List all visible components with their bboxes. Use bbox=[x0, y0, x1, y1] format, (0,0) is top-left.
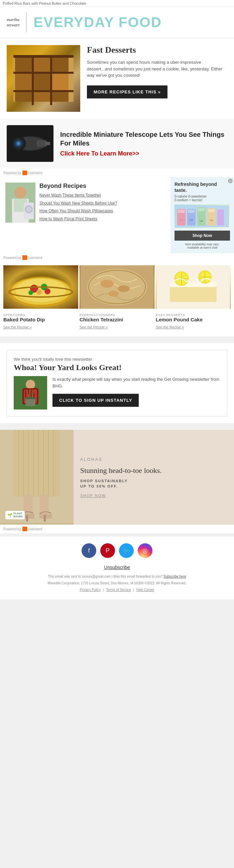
svg-point-56 bbox=[100, 280, 114, 288]
beyond-link-3[interactable]: How Often You Should Wash Pillowcases bbox=[40, 209, 165, 214]
plant-based-badge: 🌱 PLANT BASED bbox=[5, 511, 25, 520]
svg-rect-39 bbox=[198, 208, 205, 211]
svg-rect-14 bbox=[50, 55, 52, 105]
recipe-link-2[interactable]: See the Recipe » bbox=[80, 325, 108, 329]
martha-stewart-logo: martha stewart bbox=[7, 17, 19, 27]
svg-point-58 bbox=[109, 291, 119, 297]
lacroix-ad: D Refreshing beyond taste. 0-calorie 0-s… bbox=[171, 177, 234, 253]
instagram-icon[interactable]: ◎ bbox=[138, 543, 152, 558]
liveintent-icon-2 bbox=[22, 255, 27, 260]
pinterest-icon[interactable]: P bbox=[100, 543, 115, 558]
svg-text:La: La bbox=[210, 219, 213, 222]
recipe-link-3[interactable]: See the Recipe » bbox=[156, 325, 184, 329]
recipe-name-3: Lemon Pound Cake bbox=[156, 317, 231, 322]
plant-icon: 🌱 bbox=[7, 513, 12, 518]
svg-rect-98 bbox=[44, 515, 46, 522]
more-recipes-button[interactable]: MORE RECIPES LIKE THIS » bbox=[87, 86, 167, 98]
svg-rect-36 bbox=[188, 210, 195, 213]
signup-button[interactable]: CLICK TO SIGN UP INSTANTLY bbox=[52, 394, 139, 407]
recipe-link-1[interactable]: See the Recipe » bbox=[3, 325, 31, 329]
recipe-info-1: APPETIZERS Baked Potato Dip See the Reci… bbox=[3, 309, 78, 333]
alohas-sub-1: SHOP SUSTAINABLY bbox=[80, 479, 227, 483]
facebook-icon[interactable]: f bbox=[82, 543, 96, 558]
header: martha stewart EVERYDAY FOOD bbox=[0, 7, 234, 38]
hero-food-image bbox=[7, 45, 80, 112]
svg-rect-5 bbox=[33, 73, 50, 90]
social-footer: f P 🐦 ◎ Unsubscribe This email was sent … bbox=[0, 537, 234, 599]
svg-rect-82 bbox=[25, 397, 36, 399]
svg-rect-13 bbox=[32, 55, 34, 105]
svg-rect-9 bbox=[52, 92, 69, 102]
svg-point-52 bbox=[28, 290, 33, 295]
telescope-image bbox=[7, 125, 53, 162]
beyond-link-4[interactable]: How to Wash Floral Print Sheets bbox=[40, 217, 165, 222]
recipe-info-3: EASY DESSERTS Lemon Pound Cake See the R… bbox=[156, 309, 231, 333]
unsubscribe-link[interactable]: Unsubscribe bbox=[7, 565, 227, 570]
svg-point-57 bbox=[118, 285, 130, 292]
newsletter-promo-image bbox=[14, 376, 47, 409]
recipe-category-2: EVERYDAY DINNERS bbox=[80, 313, 154, 317]
subscribe-here-link[interactable]: Subscribe here bbox=[163, 575, 186, 578]
svg-point-21 bbox=[17, 142, 20, 145]
liveintent-icon-3 bbox=[22, 527, 27, 531]
lacroix-sub: 0-calorie 0-sweetener 0-sodium = lacroix… bbox=[175, 194, 230, 202]
privacy-policy-link[interactable]: Privacy Policy bbox=[80, 588, 101, 592]
powered-by-bar-3: Powered by LiveIntent bbox=[0, 525, 234, 533]
beyond-recipes-section: Beyond Recipes Never Wash These Items To… bbox=[0, 177, 234, 253]
recipe-category-1: APPETIZERS bbox=[3, 313, 78, 317]
recipe-name-2: Chicken Tetrazzini bbox=[80, 317, 154, 322]
svg-text:La: La bbox=[200, 219, 203, 222]
dessert-bars-image bbox=[7, 45, 80, 112]
beyond-title: Beyond Recipes bbox=[40, 183, 165, 190]
beyond-link-1[interactable]: Never Wash These Items Together bbox=[40, 193, 165, 198]
newsletter-promo-box: We think you'll totally love this newsle… bbox=[7, 350, 227, 416]
powered-by-bar-2: Powered by LiveIntent bbox=[0, 253, 234, 262]
alohas-shop-now-link[interactable]: SHOP NOW bbox=[80, 494, 227, 498]
svg-point-51 bbox=[45, 288, 50, 294]
svg-rect-6 bbox=[33, 92, 50, 102]
social-icons-row: f P 🐦 ◎ bbox=[7, 543, 227, 558]
svg-text:La: La bbox=[180, 218, 183, 221]
svg-rect-23 bbox=[45, 142, 50, 145]
svg-rect-96 bbox=[26, 515, 28, 522]
promo-inner-content: Is exactly what people will say when you… bbox=[14, 376, 220, 409]
telescope-ad-headline: Incredible Miniature Telescope Lets You … bbox=[60, 130, 227, 148]
svg-point-55 bbox=[87, 269, 147, 305]
hero-body-text: Sometimes you can spend hours making a u… bbox=[87, 59, 227, 79]
svg-rect-10 bbox=[14, 55, 74, 58]
shop-now-button[interactable]: Shop Now bbox=[175, 230, 230, 241]
lemon-pound-cake-image bbox=[156, 265, 231, 309]
ad-badge: D bbox=[228, 179, 233, 183]
promo-headline: Whoa! Your Yard Looks Great! bbox=[14, 363, 220, 372]
hero-content: Fast Desserts Sometimes you can spend ho… bbox=[87, 45, 227, 112]
twitter-icon[interactable]: 🐦 bbox=[119, 543, 134, 558]
beyond-link-2[interactable]: Should You Wash New Sheets Before Use? bbox=[40, 201, 165, 206]
svg-point-25 bbox=[15, 187, 26, 198]
help-center-link[interactable]: Help Center bbox=[136, 588, 154, 592]
alohas-ad-section: 🌱 PLANT BASED ALOHAS Stunning head-to-to… bbox=[0, 430, 234, 525]
telescope-ad-text: Incredible Miniature Telescope Lets You … bbox=[60, 130, 227, 157]
recipe-card-2: EVERYDAY DINNERS Chicken Tetrazzini See … bbox=[80, 265, 154, 333]
hero-title: Fast Desserts bbox=[87, 45, 227, 55]
telescope-ad-banner: Incredible Miniature Telescope Lets You … bbox=[0, 119, 234, 168]
recipe-card-1: APPETIZERS Baked Potato Dip See the Reci… bbox=[3, 265, 78, 333]
recipe-category-3: EASY DESSERTS bbox=[156, 313, 231, 317]
footer-legal-text: This email was sent to xxxxxx@gmail.com … bbox=[7, 574, 227, 593]
telescope-ad-cta[interactable]: Click Here To Learn More>> bbox=[60, 150, 227, 157]
hero-section: Fast Desserts Sometimes you can spend ho… bbox=[0, 38, 234, 119]
recipe-card-3: EASY DESSERTS Lemon Pound Cake See the R… bbox=[156, 265, 231, 333]
recipe-name-1: Baked Potato Dip bbox=[3, 317, 78, 322]
svg-point-30 bbox=[26, 207, 31, 212]
powered-by-bar-1: Powered by LiveIntent bbox=[0, 168, 234, 177]
lacroix-cans-image: La La La La bbox=[175, 205, 230, 228]
svg-rect-3 bbox=[15, 92, 32, 102]
alohas-model-image: 🌱 PLANT BASED bbox=[0, 430, 74, 525]
alohas-sub-2: UP TO 30% OFF. bbox=[80, 484, 227, 488]
promo-text-content: Is exactly what people will say when you… bbox=[52, 376, 220, 409]
terms-of-service-link[interactable]: Terms of Service bbox=[106, 588, 131, 592]
lacroix-title: Refreshing beyond taste. bbox=[175, 181, 230, 193]
liveintent-logo-2: LiveIntent bbox=[22, 255, 42, 260]
recipe-grid: APPETIZERS Baked Potato Dip See the Reci… bbox=[3, 265, 231, 333]
baked-potato-dip-image bbox=[3, 265, 78, 309]
sams-club-label: Item availability may vary. Available at… bbox=[175, 243, 230, 249]
